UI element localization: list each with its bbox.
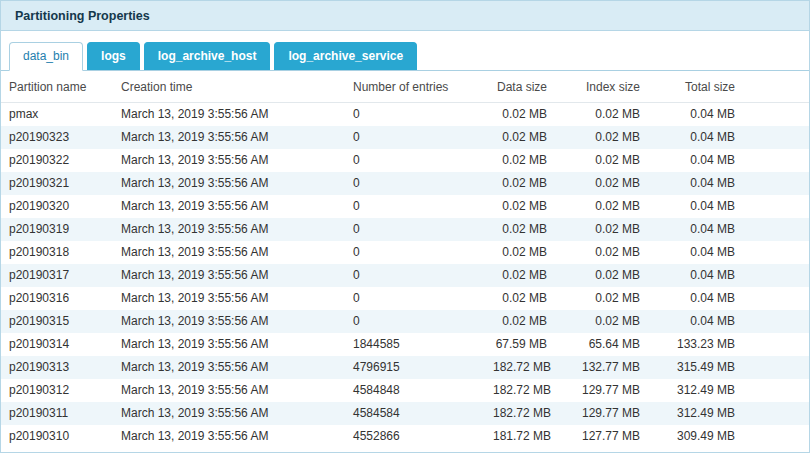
table-cell: 0.04 MB [648, 126, 743, 149]
table-cell: 0 [345, 103, 485, 127]
table-cell: 0 [345, 195, 485, 218]
table-cell: March 13, 2019 3:55:56 AM [113, 172, 345, 195]
table-cell: March 13, 2019 3:55:56 AM [113, 356, 345, 379]
table-cell: 181.72 MB [485, 425, 555, 448]
table-cell: 0.02 MB [485, 172, 555, 195]
table-cell: p20190314 [1, 333, 113, 356]
table-cell: 182.72 MB [485, 402, 555, 425]
table-cell: 133.23 MB [648, 333, 743, 356]
table-cell: 0 [345, 126, 485, 149]
table-row: p20190321March 13, 2019 3:55:56 AM00.02 … [1, 172, 809, 195]
table-cell: p20190317 [1, 264, 113, 287]
table-cell: 0.02 MB [555, 103, 648, 127]
table-row: p20190310March 13, 2019 3:55:56 AM455286… [1, 425, 809, 448]
tab-log-archive-host[interactable]: log_archive_host [144, 42, 271, 70]
table-cell: 0.04 MB [648, 195, 743, 218]
table-cell: 0.02 MB [555, 195, 648, 218]
table-cell: 0.02 MB [485, 103, 555, 127]
table-cell-filler [743, 195, 809, 218]
column-header-partition-name: Partition name [1, 71, 113, 103]
table-cell: 0.02 MB [485, 241, 555, 264]
table-cell: p20190323 [1, 126, 113, 149]
table-cell: 129.77 MB [555, 379, 648, 402]
table-row: p20190322March 13, 2019 3:55:56 AM00.02 … [1, 149, 809, 172]
table-cell-filler [743, 402, 809, 425]
table-row: pmaxMarch 13, 2019 3:55:56 AM00.02 MB0.0… [1, 103, 809, 127]
table-cell: 0.02 MB [555, 287, 648, 310]
table-cell: 4796915 [345, 356, 485, 379]
table-row: p20190318March 13, 2019 3:55:56 AM00.02 … [1, 241, 809, 264]
table-row: p20190314March 13, 2019 3:55:56 AM184458… [1, 333, 809, 356]
table-cell: 0.02 MB [485, 264, 555, 287]
column-header-total-size: Total size [648, 71, 743, 103]
partitioning-properties-panel: Partitioning Properties data_bin logs lo… [0, 0, 810, 453]
table-cell-filler [743, 310, 809, 333]
column-header-creation-time: Creation time [113, 71, 345, 103]
table-header-row: Partition name Creation time Number of e… [1, 71, 809, 103]
table-cell-filler [743, 218, 809, 241]
table-cell: 315.49 MB [648, 356, 743, 379]
table-cell: March 13, 2019 3:55:56 AM [113, 287, 345, 310]
table-row: p20190313March 13, 2019 3:55:56 AM479691… [1, 356, 809, 379]
table-row: p20190323March 13, 2019 3:55:56 AM00.02 … [1, 126, 809, 149]
table-cell: March 13, 2019 3:55:56 AM [113, 149, 345, 172]
table-cell: p20190322 [1, 149, 113, 172]
table-cell: 0 [345, 172, 485, 195]
table-row: p20190316March 13, 2019 3:55:56 AM00.02 … [1, 287, 809, 310]
table-cell: p20190316 [1, 287, 113, 310]
table-row: p20190317March 13, 2019 3:55:56 AM00.02 … [1, 264, 809, 287]
column-header-number-of-entries: Number of entries [345, 71, 485, 103]
table-cell: 0.04 MB [648, 218, 743, 241]
table-cell: p20190319 [1, 218, 113, 241]
table-row: p20190311March 13, 2019 3:55:56 AM458458… [1, 402, 809, 425]
table-cell-filler [743, 241, 809, 264]
table-cell: 0 [345, 218, 485, 241]
table-cell: 0.02 MB [555, 241, 648, 264]
table-cell: March 13, 2019 3:55:56 AM [113, 103, 345, 127]
table-cell: 312.49 MB [648, 379, 743, 402]
table-cell: 4584584 [345, 402, 485, 425]
table-cell: 182.72 MB [485, 379, 555, 402]
table-cell: 4584848 [345, 379, 485, 402]
tab-data-bin[interactable]: data_bin [9, 42, 83, 71]
table-cell: 182.72 MB [485, 356, 555, 379]
table-cell: 0 [345, 241, 485, 264]
table-cell-filler [743, 264, 809, 287]
table-cell: p20190312 [1, 379, 113, 402]
table-cell: 1844585 [345, 333, 485, 356]
partitions-table: Partition name Creation time Number of e… [1, 71, 809, 448]
table-cell: 0.02 MB [485, 149, 555, 172]
table-cell: p20190311 [1, 402, 113, 425]
table-cell: 0.04 MB [648, 310, 743, 333]
table-cell-filler [743, 172, 809, 195]
table-cell: 129.77 MB [555, 402, 648, 425]
table-cell-filler [743, 425, 809, 448]
table-cell: March 13, 2019 3:55:56 AM [113, 126, 345, 149]
table-cell: March 13, 2019 3:55:56 AM [113, 195, 345, 218]
table-cell: March 13, 2019 3:55:56 AM [113, 425, 345, 448]
table-row: p20190312March 13, 2019 3:55:56 AM458484… [1, 379, 809, 402]
table-cell-filler [743, 333, 809, 356]
tab-logs[interactable]: logs [87, 42, 140, 70]
table-cell: March 13, 2019 3:55:56 AM [113, 333, 345, 356]
table-cell: 0 [345, 149, 485, 172]
table-cell: 0.04 MB [648, 287, 743, 310]
table-cell: 0.02 MB [485, 126, 555, 149]
table-cell: 0.02 MB [485, 195, 555, 218]
table-cell: 0 [345, 287, 485, 310]
table-cell: 0.02 MB [555, 149, 648, 172]
table-cell: 0 [345, 264, 485, 287]
table-row: p20190319March 13, 2019 3:55:56 AM00.02 … [1, 218, 809, 241]
table-cell: 0.04 MB [648, 241, 743, 264]
table-cell: 309.49 MB [648, 425, 743, 448]
table-cell: 65.64 MB [555, 333, 648, 356]
table-cell-filler [743, 126, 809, 149]
tab-log-archive-service[interactable]: log_archive_service [274, 42, 417, 70]
table-cell: March 13, 2019 3:55:56 AM [113, 402, 345, 425]
table-cell: March 13, 2019 3:55:56 AM [113, 379, 345, 402]
column-header-index-size: Index size [555, 71, 648, 103]
table-cell: 4552866 [345, 425, 485, 448]
table-row: p20190315March 13, 2019 3:55:56 AM00.02 … [1, 310, 809, 333]
table-cell: 132.77 MB [555, 356, 648, 379]
table-cell: p20190313 [1, 356, 113, 379]
